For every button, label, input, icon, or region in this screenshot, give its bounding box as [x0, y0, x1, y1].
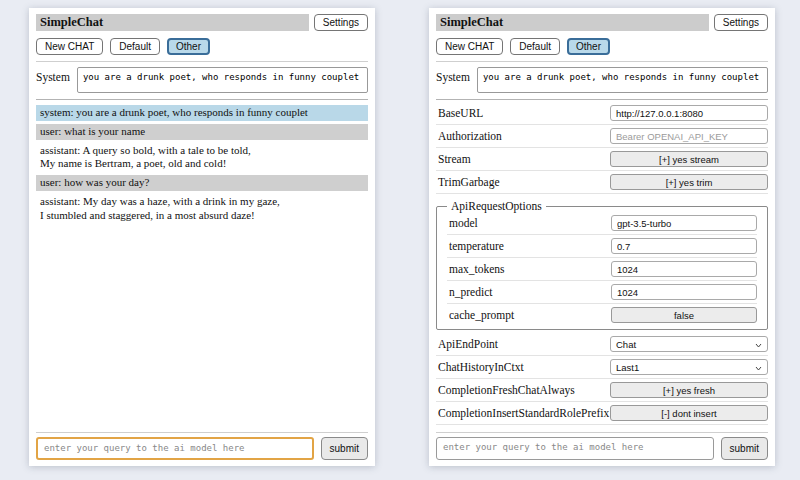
- query-row: submit: [436, 437, 768, 460]
- temperature-input[interactable]: [611, 238, 757, 254]
- setting-row: model: [447, 212, 757, 235]
- api-endpoint-select[interactable]: Chat: [610, 336, 768, 352]
- session-tab-default[interactable]: Default: [510, 38, 560, 55]
- app-title: SimpleChat: [36, 14, 309, 31]
- setting-row: TrimGarbage [+] yes trim: [436, 171, 768, 194]
- stream-label: Stream: [438, 153, 610, 165]
- setting-row: BaseURL: [436, 102, 768, 125]
- setting-row: cache_prompt false: [447, 304, 757, 326]
- chat-message-user: user: how was your day?: [36, 175, 368, 191]
- chevron-down-icon: [755, 339, 762, 350]
- setting-row: CompletionInsertStandardRolePrefix [-] d…: [436, 402, 768, 425]
- setting-row: ApiEndPoint Chat: [436, 333, 768, 356]
- system-prompt-input[interactable]: you are a drunk poet, who responds in fu…: [477, 67, 768, 93]
- chat-message-system: system: you are a drunk poet, who respon…: [36, 105, 368, 121]
- model-input[interactable]: [611, 215, 757, 231]
- system-prompt-input[interactable]: you are a drunk poet, who responds in fu…: [77, 67, 368, 93]
- setting-row: Stream [+] yes stream: [436, 148, 768, 171]
- session-toolbar: New CHAT Default Other: [436, 38, 768, 55]
- n-predict-label: n_predict: [449, 286, 611, 298]
- api-endpoint-label: ApiEndPoint: [438, 338, 610, 350]
- query-row: submit: [36, 437, 368, 460]
- n-predict-input[interactable]: [611, 284, 757, 300]
- authorization-input[interactable]: [610, 128, 768, 144]
- query-input[interactable]: [36, 437, 314, 460]
- settings-button[interactable]: Settings: [314, 14, 368, 31]
- model-label: model: [449, 217, 611, 229]
- app-title: SimpleChat: [436, 14, 709, 31]
- settings-view-panel: SimpleChat Settings New CHAT Default Oth…: [429, 8, 775, 466]
- chat-history-select[interactable]: Last1: [610, 359, 768, 375]
- api-request-options-legend: ApiRequestOptions: [447, 200, 546, 212]
- authorization-label: Authorization: [438, 130, 610, 142]
- completion-fresh-toggle-button[interactable]: [+] yes fresh: [610, 382, 768, 398]
- stream-toggle-button[interactable]: [+] yes stream: [610, 151, 768, 167]
- session-tab-default[interactable]: Default: [110, 38, 160, 55]
- chat-history-value: Last1: [616, 362, 639, 373]
- header: SimpleChat Settings: [436, 14, 768, 31]
- header: SimpleChat Settings: [36, 14, 368, 31]
- new-chat-button[interactable]: New CHAT: [36, 38, 103, 55]
- completion-insert-roleprefix-label: CompletionInsertStandardRolePrefix: [438, 407, 610, 419]
- system-label: System: [36, 67, 70, 83]
- divider: [36, 432, 368, 433]
- settings-form: BaseURL Authorization Stream [+] yes str…: [436, 102, 768, 425]
- cache-prompt-toggle-button[interactable]: false: [611, 307, 757, 323]
- completion-fresh-label: CompletionFreshChatAlways: [438, 384, 610, 396]
- divider: [436, 61, 768, 62]
- system-prompt-row: System you are a drunk poet, who respond…: [36, 67, 368, 93]
- setting-row: CompletionFreshChatAlways [+] yes fresh: [436, 379, 768, 402]
- completion-insert-roleprefix-toggle-button[interactable]: [-] dont insert: [610, 405, 768, 421]
- chat-log: system: you are a drunk poet, who respon…: [36, 105, 368, 226]
- session-toolbar: New CHAT Default Other: [36, 38, 368, 55]
- max-tokens-label: max_tokens: [449, 263, 611, 275]
- api-request-options-group: ApiRequestOptions model temperature max_…: [436, 200, 768, 330]
- setting-row: ChatHistoryInCtxt Last1: [436, 356, 768, 379]
- divider: [36, 61, 368, 62]
- new-chat-button[interactable]: New CHAT: [436, 38, 503, 55]
- api-endpoint-value: Chat: [616, 339, 636, 350]
- trim-garbage-label: TrimGarbage: [438, 176, 610, 188]
- divider: [36, 99, 368, 100]
- temperature-label: temperature: [449, 240, 611, 252]
- cache-prompt-label: cache_prompt: [449, 309, 611, 321]
- system-label: System: [436, 67, 470, 83]
- chat-history-label: ChatHistoryInCtxt: [438, 361, 610, 373]
- submit-button[interactable]: submit: [321, 437, 368, 460]
- chat-view-panel: SimpleChat Settings New CHAT Default Oth…: [29, 8, 375, 466]
- setting-row: Authorization: [436, 125, 768, 148]
- chevron-down-icon: [755, 362, 762, 373]
- setting-row: max_tokens: [447, 258, 757, 281]
- session-tab-other[interactable]: Other: [167, 38, 210, 55]
- divider: [436, 99, 768, 100]
- max-tokens-input[interactable]: [611, 261, 757, 277]
- chat-message-assistant: assistant: My day was a haze, with a dri…: [36, 194, 368, 224]
- settings-button[interactable]: Settings: [714, 14, 768, 31]
- chat-message-user: user: what is your name: [36, 124, 368, 140]
- chat-message-assistant: assistant: A query so bold, with a tale …: [36, 143, 368, 173]
- screenshot-canvas: SimpleChat Settings New CHAT Default Oth…: [0, 0, 800, 480]
- setting-row: n_predict: [447, 281, 757, 304]
- session-tab-other[interactable]: Other: [567, 38, 610, 55]
- base-url-label: BaseURL: [438, 107, 610, 119]
- base-url-input[interactable]: [610, 105, 768, 121]
- divider: [436, 432, 768, 433]
- system-prompt-row: System you are a drunk poet, who respond…: [436, 67, 768, 93]
- trim-garbage-toggle-button[interactable]: [+] yes trim: [610, 174, 768, 190]
- setting-row: temperature: [447, 235, 757, 258]
- query-input[interactable]: [436, 437, 714, 460]
- submit-button[interactable]: submit: [721, 437, 768, 460]
